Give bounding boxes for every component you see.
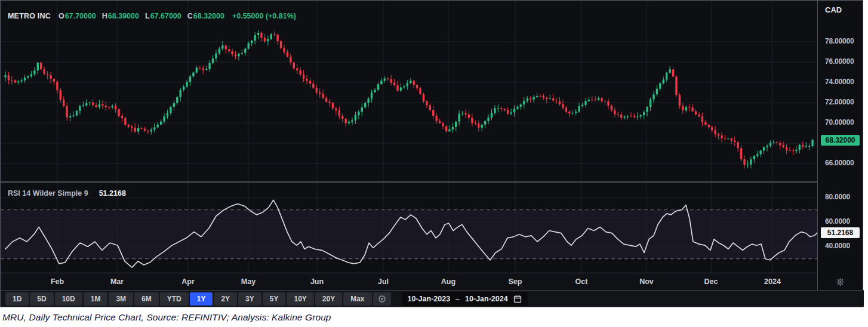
candle-body bbox=[416, 85, 418, 88]
candle-body bbox=[72, 116, 74, 116]
time-axis-label-dec: Dec bbox=[704, 277, 718, 286]
range-button-1y[interactable]: 1Y bbox=[190, 292, 213, 306]
candle-body bbox=[27, 76, 29, 78]
candle-body bbox=[33, 70, 35, 74]
time-axis-label-apr: Apr bbox=[181, 277, 195, 286]
candle-body bbox=[202, 68, 204, 70]
candle-body bbox=[306, 79, 307, 81]
candle-body bbox=[614, 110, 615, 114]
candle-body bbox=[698, 115, 700, 116]
date-from: 10-Jan-2023 bbox=[408, 295, 451, 303]
price-tick: 76.00000 bbox=[825, 57, 854, 66]
candle-body bbox=[43, 69, 45, 74]
candle-body bbox=[491, 113, 493, 118]
candle-body bbox=[140, 128, 142, 129]
candle-body bbox=[380, 81, 382, 84]
candle-body bbox=[783, 145, 784, 147]
axis-settings-button[interactable] bbox=[818, 273, 863, 290]
candle-body bbox=[264, 38, 266, 41]
candle-body bbox=[170, 107, 171, 113]
candle-body bbox=[445, 126, 447, 131]
ohlc-item: C68.32000 bbox=[187, 12, 224, 20]
candle-body bbox=[799, 145, 801, 150]
candle-body bbox=[575, 112, 577, 113]
candle-body bbox=[384, 79, 386, 81]
candle-body bbox=[734, 141, 735, 143]
candle-body bbox=[235, 54, 236, 56]
candle-body bbox=[47, 74, 48, 75]
candle-body bbox=[630, 116, 632, 116]
candle-body bbox=[601, 98, 602, 101]
candle-body bbox=[328, 102, 330, 103]
candle-body bbox=[66, 106, 67, 118]
date-range-picker[interactable]: 10-Jan-2023 – 10-Jan-2024 bbox=[402, 292, 528, 306]
candle-body bbox=[121, 116, 123, 118]
candle-body bbox=[695, 111, 697, 114]
candle-body bbox=[147, 131, 149, 132]
range-button-10d[interactable]: 10D bbox=[55, 292, 82, 306]
range-button-6m[interactable]: 6M bbox=[134, 292, 159, 306]
candle-body bbox=[153, 127, 155, 129]
candle-body bbox=[721, 135, 722, 138]
candle-body bbox=[546, 97, 547, 98]
jump-to-date-button[interactable] bbox=[373, 292, 391, 306]
range-button-3m[interactable]: 3M bbox=[109, 292, 133, 306]
range-button-5y[interactable]: 5Y bbox=[263, 292, 286, 306]
candle-body bbox=[137, 128, 139, 132]
rsi-panel[interactable]: RSI 14 Wilder Simple 9 51.2168 bbox=[1, 183, 817, 273]
range-button-2y[interactable]: 2Y bbox=[214, 292, 237, 306]
candle-body bbox=[423, 94, 424, 101]
candle-body bbox=[475, 123, 476, 124]
price-axis-column[interactable]: CAD 78.0000076.0000074.0000072.0000070.0… bbox=[818, 1, 863, 290]
candle-body bbox=[196, 68, 198, 73]
range-button-ytd[interactable]: YTD bbox=[160, 292, 189, 306]
ohlc-item: L67.67000 bbox=[145, 12, 181, 20]
candle-body bbox=[562, 104, 564, 107]
gear-icon bbox=[836, 277, 845, 286]
candle-body bbox=[60, 90, 61, 100]
candle-body bbox=[439, 121, 441, 124]
time-axis[interactable]: FebMarAprMayJunJulAugSepOctNovDec2024 bbox=[1, 273, 817, 290]
time-axis-label-mar: Mar bbox=[110, 277, 124, 286]
candle-body bbox=[753, 156, 755, 159]
candle-body bbox=[199, 68, 201, 69]
candle-body bbox=[507, 110, 509, 113]
range-button-1d[interactable]: 1D bbox=[5, 292, 29, 306]
candle-body bbox=[128, 125, 130, 127]
candle-body bbox=[14, 81, 16, 83]
candle-body bbox=[568, 112, 570, 113]
candle-body bbox=[481, 125, 483, 128]
currency-selector[interactable]: CAD bbox=[825, 5, 849, 14]
candle-body bbox=[173, 103, 175, 107]
candle-body bbox=[20, 81, 22, 82]
calendar-icon[interactable] bbox=[513, 295, 522, 303]
candle-body bbox=[623, 116, 625, 118]
candle-body bbox=[355, 115, 356, 121]
candle-body bbox=[254, 35, 256, 41]
candle-body bbox=[559, 101, 561, 104]
range-button-20y[interactable]: 20Y bbox=[315, 292, 342, 306]
candle-body bbox=[494, 108, 495, 113]
candle-body bbox=[82, 105, 84, 106]
range-button-5d[interactable]: 5D bbox=[30, 292, 53, 306]
candle-body bbox=[37, 63, 39, 70]
candle-body bbox=[50, 75, 51, 79]
range-button-1m[interactable]: 1M bbox=[84, 292, 108, 306]
range-button-3y[interactable]: 3Y bbox=[238, 292, 261, 306]
candle-body bbox=[510, 112, 512, 113]
candle-body bbox=[390, 79, 392, 83]
date-to: 10-Jan-2024 bbox=[465, 295, 508, 303]
price-panel[interactable]: METRO INC O67.70000H68.39000L67.67000C68… bbox=[1, 1, 817, 181]
candle-body bbox=[316, 88, 318, 92]
price-chart-canvas[interactable] bbox=[1, 1, 817, 181]
candle-body bbox=[270, 34, 272, 39]
range-button-max[interactable]: Max bbox=[343, 292, 371, 306]
candle-body bbox=[351, 121, 353, 122]
candle-body bbox=[325, 98, 327, 102]
candle-body bbox=[225, 45, 227, 49]
candle-body bbox=[332, 103, 334, 108]
candle-body bbox=[338, 110, 340, 116]
candle-body bbox=[238, 54, 239, 56]
range-button-10y[interactable]: 10Y bbox=[287, 292, 313, 306]
candle-body bbox=[598, 98, 599, 100]
